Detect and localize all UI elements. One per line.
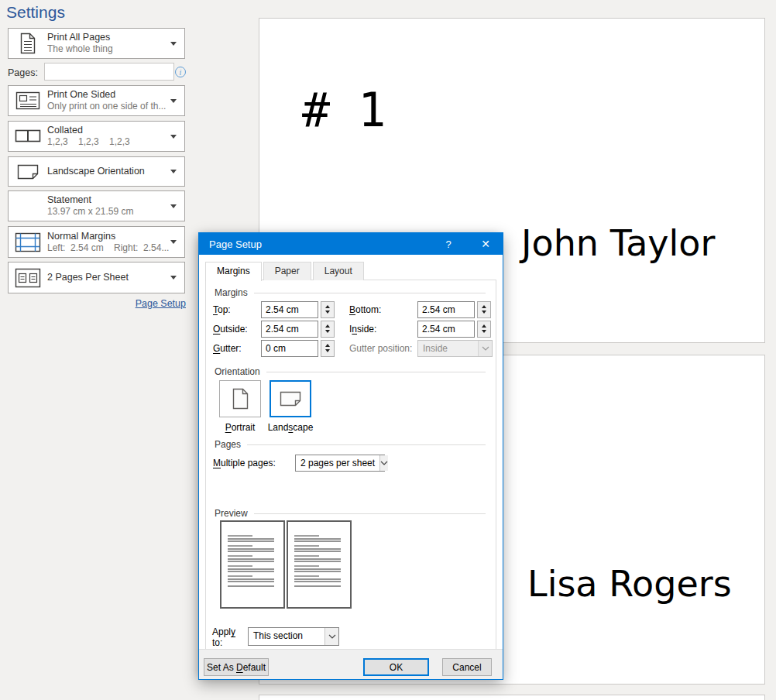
print-sides-dropdown[interactable]: Print One Sided Only print on one side o…: [8, 85, 185, 116]
tab-margins[interactable]: Margins: [205, 262, 262, 281]
apply-to-select[interactable]: This section: [248, 627, 339, 646]
two-pages-per-sheet-icon: [9, 267, 47, 289]
spin-up-icon[interactable]: [325, 344, 330, 347]
outside-margin-label: Outside:: [213, 324, 261, 335]
spin-up-icon[interactable]: [325, 305, 330, 308]
gutter-field: [261, 340, 349, 357]
bottom-margin-stepper[interactable]: [477, 301, 491, 318]
dialog-titlebar: Page Setup ? ✕: [199, 233, 503, 255]
chevron-down-icon: [170, 170, 177, 173]
chevron-down-icon: [170, 99, 177, 103]
settings-panel: Settings Print All Pages The whole thing…: [0, 0, 192, 700]
gutter-input[interactable]: [261, 340, 318, 357]
pages-per-sheet-dropdown[interactable]: 2 Pages Per Sheet: [8, 262, 185, 293]
spin-up-icon[interactable]: [482, 305, 486, 308]
ok-button[interactable]: OK: [363, 658, 429, 676]
normal-margins-icon: [9, 232, 47, 253]
dialog-button-strip: Set As Default OK Cancel: [199, 649, 503, 679]
spin-up-icon[interactable]: [482, 324, 486, 328]
outside-margin-input[interactable]: [261, 321, 318, 338]
landscape-tile[interactable]: [270, 380, 311, 417]
print-range-dropdown[interactable]: Print All Pages The whole thing: [8, 28, 185, 59]
print-sides-sublabel: Only print on one side of th...: [47, 101, 170, 113]
margins-dropdown[interactable]: Normal Margins Left: 2.54 cm Right: 2.54…: [8, 226, 185, 258]
outside-margin-stepper[interactable]: [321, 321, 335, 338]
multiple-pages-select[interactable]: 2 pages per sheet: [295, 455, 385, 472]
orientation-landscape-option[interactable]: Landscape: [270, 380, 311, 433]
chevron-down-icon: [478, 341, 492, 356]
print-sides-label: Print One Sided: [47, 88, 170, 101]
gutter-label: Gutter:: [213, 343, 261, 354]
chevron-down-icon: [170, 204, 177, 208]
apply-to-row: Apply to: This section: [212, 624, 339, 648]
bottom-margin-field: [417, 301, 493, 318]
page-setup-dialog: Page Setup ? ✕ Margins Paper Layout Marg…: [198, 232, 503, 680]
pages-input[interactable]: [44, 63, 174, 81]
help-icon[interactable]: ?: [436, 233, 461, 255]
portrait-label: Portrait: [225, 422, 256, 433]
margins-group-label: Margins: [215, 287, 254, 298]
spin-up-icon[interactable]: [325, 324, 330, 328]
margin-fields: Top: Bottom: Outside: Inside: Gutter:: [213, 300, 493, 358]
portrait-tile[interactable]: [219, 380, 261, 417]
outside-margin-field: [261, 321, 349, 338]
settings-heading: Settings: [6, 3, 65, 22]
preview-group-label: Preview: [215, 508, 254, 519]
portrait-page-icon: [231, 387, 249, 410]
preview-left-page: [220, 520, 285, 609]
dialog-tabs: Margins Paper Layout: [205, 262, 366, 280]
preview-thumbnail: [220, 520, 352, 609]
inside-margin-label: Inside:: [349, 324, 417, 335]
spin-down-icon[interactable]: [325, 349, 330, 352]
orientation-dropdown[interactable]: Landscape Orientation: [8, 156, 185, 187]
multiple-pages-row: Multiple pages: 2 pages per sheet: [213, 455, 385, 472]
multiple-pages-value: 2 pages per sheet: [296, 455, 379, 471]
tab-layout[interactable]: Layout: [313, 262, 364, 280]
top-margin-field: [261, 301, 349, 318]
chevron-down-icon: [324, 628, 338, 645]
orientation-group-label: Orientation: [215, 366, 266, 377]
preview-right-page: [287, 520, 352, 609]
close-icon[interactable]: ✕: [473, 233, 498, 255]
print-all-pages-icon: [9, 32, 47, 55]
landscape-page-icon: [278, 389, 303, 409]
word-print-backstage: # 1 John Taylor Lisa Rogers Settings Pri…: [0, 0, 776, 700]
collation-sublabel: 1,2,3 1,2,3 1,2,3: [47, 136, 170, 149]
orientation-label: Landscape Orientation: [47, 165, 170, 177]
print-range-label: Print All Pages: [47, 31, 170, 43]
inside-margin-input[interactable]: [417, 321, 475, 338]
info-icon[interactable]: i: [175, 67, 186, 77]
bottom-margin-label: Bottom:: [349, 304, 417, 315]
spin-down-icon[interactable]: [325, 311, 330, 314]
divider: [254, 293, 486, 293]
divider: [266, 372, 486, 372]
inside-margin-stepper[interactable]: [477, 321, 491, 338]
spin-down-icon[interactable]: [482, 311, 486, 314]
bottom-margin-input[interactable]: [417, 301, 475, 318]
apply-to-label: Apply to:: [212, 624, 248, 648]
tab-paper[interactable]: Paper: [263, 262, 311, 280]
pages-per-sheet-label: 2 Pages Per Sheet: [47, 271, 170, 283]
divider: [254, 513, 486, 514]
gutter-position-value: Inside: [418, 341, 478, 356]
spin-down-icon[interactable]: [325, 330, 330, 333]
gutter-stepper[interactable]: [321, 340, 335, 357]
inside-margin-field: [417, 321, 493, 338]
pages-group-header: Pages: [215, 439, 486, 450]
gutter-position-select: Inside: [417, 340, 493, 357]
orientation-portrait-option[interactable]: Portrait: [219, 380, 261, 433]
set-as-default-button[interactable]: Set As Default: [204, 658, 269, 676]
collation-dropdown[interactable]: Collated 1,2,3 1,2,3 1,2,3: [8, 121, 185, 152]
cancel-button[interactable]: Cancel: [442, 658, 492, 676]
page1-name: John Taylor: [521, 222, 715, 264]
spin-down-icon[interactable]: [482, 330, 486, 333]
orientation-options: Portrait Landscape: [219, 380, 311, 433]
pages-label: Pages:: [8, 67, 38, 78]
paper-size-dropdown[interactable]: Statement 13.97 cm x 21.59 cm: [8, 190, 185, 221]
top-margin-stepper[interactable]: [321, 301, 335, 318]
margins-group-header: Margins: [215, 287, 486, 298]
page-setup-link[interactable]: Page Setup: [136, 298, 186, 309]
collation-label: Collated: [47, 124, 170, 136]
chevron-down-icon: [170, 135, 177, 139]
top-margin-input[interactable]: [261, 301, 318, 318]
